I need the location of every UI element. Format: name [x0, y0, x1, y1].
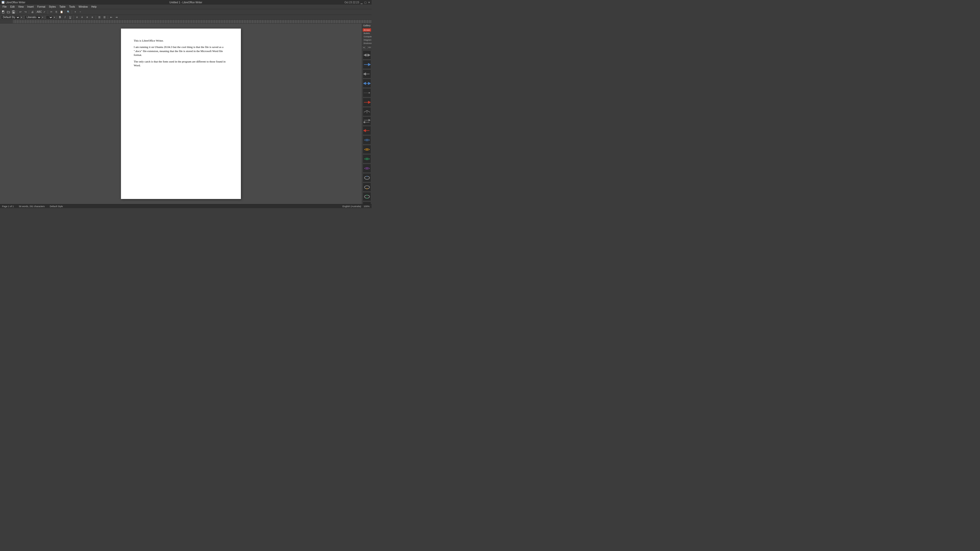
- font-arrow: ▾: [42, 16, 43, 19]
- menu-format[interactable]: Format: [36, 5, 47, 8]
- gallery-item-15[interactable]: [363, 183, 371, 192]
- gallery-item-17[interactable]: [363, 202, 371, 204]
- formatting-toolbar: Default Style ▾ Liberation Se ▾ 12 ▾ B I…: [0, 15, 372, 20]
- menu-view[interactable]: View: [17, 5, 25, 8]
- gallery-item-2[interactable]: [363, 60, 371, 69]
- gallery-item-7[interactable]: [363, 107, 371, 116]
- gallery-cat-computer[interactable]: Computer: [363, 35, 371, 38]
- svg-point-23: [366, 159, 368, 159]
- autocorrect-button[interactable]: ✓: [42, 10, 47, 14]
- menu-tools[interactable]: Tools: [68, 5, 76, 8]
- menu-styles[interactable]: Styles: [48, 5, 57, 8]
- gallery-item-10[interactable]: [363, 135, 371, 144]
- maximize-icon[interactable]: ▢: [364, 1, 366, 4]
- size-dropdown[interactable]: 12: [46, 15, 53, 19]
- paragraph-3[interactable]: The only catch is that the fonts used in…: [134, 60, 228, 68]
- gallery-item-1[interactable]: [363, 51, 371, 59]
- fmt-sep-2: [45, 16, 45, 19]
- find-button[interactable]: 🔍: [66, 10, 71, 14]
- style-dropdown[interactable]: Default Style: [1, 15, 20, 19]
- gallery-view-large[interactable]: □: [365, 46, 368, 49]
- datetime-label: Oct 23 22:23: [345, 1, 359, 4]
- gallery-item-16[interactable]: [363, 192, 371, 201]
- fmt-sep-6: [108, 16, 108, 19]
- app-icon-area: LibreOffice Writer: [2, 1, 25, 4]
- gallery-item-6[interactable]: [363, 98, 371, 106]
- cut-button[interactable]: ✂: [49, 10, 54, 14]
- menu-bar: File Edit View Insert Format Styles Tabl…: [0, 5, 372, 9]
- list-ordered-button[interactable]: ☰: [102, 15, 107, 20]
- menu-help[interactable]: Help: [90, 5, 98, 8]
- zoom-in-button[interactable]: +: [73, 10, 78, 14]
- spellcheck-button[interactable]: ABC: [37, 10, 41, 14]
- svg-point-25: [364, 176, 369, 179]
- font-dropdown[interactable]: Liberation Se: [25, 15, 41, 19]
- list-unordered-button[interactable]: ☰: [97, 15, 102, 20]
- close-icon[interactable]: ✕: [368, 1, 370, 4]
- open-button[interactable]: [6, 10, 11, 14]
- gallery-item-4[interactable]: [363, 79, 371, 88]
- document-page[interactable]: This is LibreOffice Writer. I am running…: [121, 29, 241, 199]
- page-info: Page 1 of 1: [2, 205, 14, 208]
- toolbar-sep-3: [36, 10, 36, 14]
- gallery-item-9[interactable]: [363, 126, 371, 135]
- justify-button[interactable]: ≡: [90, 15, 95, 20]
- app-name-label: LibreOffice Writer: [6, 1, 25, 4]
- document-area[interactable]: This is LibreOffice Writer. I am running…: [0, 24, 362, 204]
- menu-edit[interactable]: Edit: [9, 5, 16, 8]
- gallery-cat-diagram[interactable]: Diagram: [363, 38, 371, 41]
- toolbar-sep-4: [48, 10, 48, 14]
- menu-window[interactable]: Window: [77, 5, 89, 8]
- new-button[interactable]: [1, 10, 6, 14]
- gallery-view-icons: ⊞ □ Arr: [362, 46, 372, 50]
- align-right-button[interactable]: ≡: [85, 15, 89, 20]
- align-left-button[interactable]: ≡: [75, 15, 80, 20]
- underline-button[interactable]: U: [68, 15, 73, 20]
- zoom-control[interactable]: 100%: [364, 205, 369, 208]
- ruler-area: [13, 20, 372, 23]
- redo-button[interactable]: ↪: [23, 10, 28, 14]
- paragraph-1[interactable]: This is LibreOffice Writer.: [134, 39, 228, 43]
- menu-insert[interactable]: Insert: [26, 5, 35, 8]
- gallery-panel: Gallery Arrows Bullets Computer Diagram …: [362, 24, 372, 204]
- gallery-cat-bullets[interactable]: Bullets: [363, 32, 371, 35]
- align-center-button[interactable]: ≡: [80, 15, 84, 20]
- paragraph-2[interactable]: I am running it on Ubuntu 20.04.3 but th…: [134, 45, 228, 57]
- print-button[interactable]: 🖨: [30, 10, 35, 14]
- menu-table[interactable]: Table: [58, 5, 67, 8]
- undo-button[interactable]: ↩: [18, 10, 23, 14]
- gallery-item-13[interactable]: [363, 164, 371, 173]
- indent-decrease-button[interactable]: ⇤: [109, 15, 114, 20]
- bold-button[interactable]: B: [58, 15, 62, 20]
- fmt-sep-3: [56, 16, 57, 19]
- indent-increase-button[interactable]: ⇥: [114, 15, 119, 20]
- word-count: 56 words, 291 characters: [19, 205, 45, 208]
- paste-button[interactable]: 📋: [59, 10, 64, 14]
- gallery-cat-environn[interactable]: Environn: [363, 41, 371, 45]
- zoom-out-button[interactable]: −: [78, 10, 83, 14]
- svg-point-26: [364, 186, 369, 189]
- title-bar: LibreOffice Writer Untitled 1 - LibreOff…: [0, 0, 372, 5]
- minimize-icon[interactable]: ▁: [361, 1, 363, 4]
- svg-rect-9: [13, 12, 14, 13]
- gallery-item-8[interactable]: [363, 117, 371, 125]
- gallery-item-11[interactable]: [363, 145, 371, 154]
- gallery-item-5[interactable]: [363, 88, 371, 97]
- standard-toolbar: ↩ ↪ 🖨 ABC ✓ ✂ ⎘ 📋 🔍 + −: [0, 9, 372, 15]
- copy-button[interactable]: ⎘: [54, 10, 59, 14]
- gallery-cat-arrows[interactable]: Arrows: [363, 28, 371, 32]
- language-info: English (Australia): [342, 205, 361, 208]
- main-area: This is LibreOffice Writer. I am running…: [0, 24, 372, 204]
- gallery-item-12[interactable]: [363, 154, 371, 163]
- italic-button[interactable]: I: [63, 15, 67, 20]
- gallery-item-14[interactable]: [363, 173, 371, 182]
- menu-file[interactable]: File: [1, 5, 8, 8]
- save-button[interactable]: [11, 10, 16, 14]
- gallery-label: Arr: [368, 46, 371, 49]
- svg-rect-8: [13, 11, 14, 11]
- svg-point-22: [366, 149, 368, 150]
- app-icon: [2, 1, 5, 4]
- title-right-icons: Oct 23 22:23 ▁ ▢ ✕: [345, 1, 370, 4]
- gallery-view-small[interactable]: ⊞: [363, 46, 365, 49]
- gallery-item-3[interactable]: [363, 69, 371, 78]
